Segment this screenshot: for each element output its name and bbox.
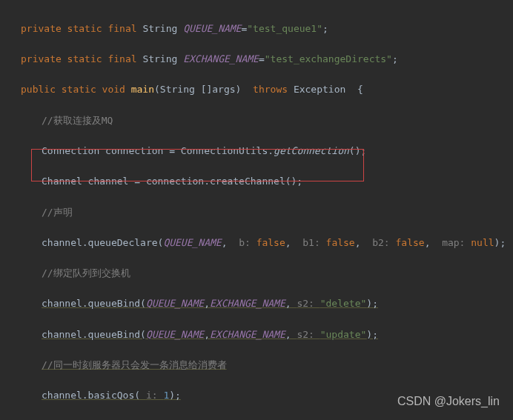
code-line: //获取连接及MQ [0, 113, 513, 129]
code-line: channel.queueBind(QUEUE_NAME,EXCHANGE_NA… [0, 296, 513, 312]
code-line: Connection connection = ConnectionUtils.… [0, 144, 513, 159]
code-line: Channel channel = connection.createChann… [0, 174, 513, 190]
code-line: //绑定队列到交换机 [0, 266, 513, 281]
code-line: //声明 [0, 205, 513, 221]
code-line: private static final String QUEUE_NAME="… [0, 21, 513, 37]
code-line: private static final String EXCHANGE_NAM… [0, 52, 513, 67]
watermark: CSDN @Jokers_lin [397, 392, 500, 411]
code-line: channel.queueBind(QUEUE_NAME,EXCHANGE_NA… [0, 327, 513, 343]
code-line: //同一时刻服务器只会发一条消息给消费者 [0, 358, 513, 373]
code-editor[interactable]: private static final String QUEUE_NAME="… [0, 0, 513, 420]
code-line: channel.queueDeclare(QUEUE_NAME, b: fals… [0, 236, 513, 251]
code-line: public static void main(String []args) t… [0, 82, 513, 98]
